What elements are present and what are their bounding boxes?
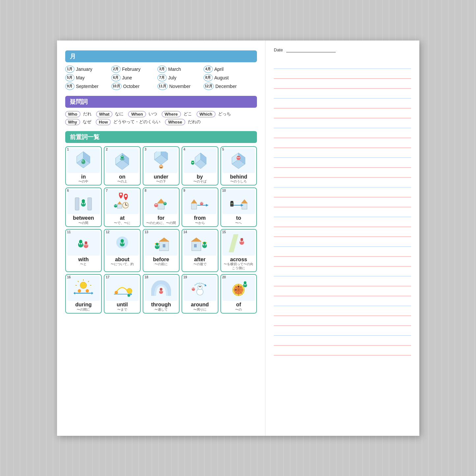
svg-point-72 <box>79 243 80 244</box>
prep-num-10: 10 <box>222 189 226 192</box>
svg-point-10 <box>121 155 124 158</box>
writing-line[interactable] <box>274 237 411 247</box>
prep-card-before: 13 <box>143 229 180 272</box>
prep-word-on: on <box>106 174 139 180</box>
prep-num-20: 20 <box>222 275 226 279</box>
prep-illus-after <box>183 231 216 256</box>
writing-line[interactable] <box>274 276 411 286</box>
month-item-may: 5月 May <box>65 74 108 81</box>
writing-line[interactable] <box>274 336 411 346</box>
prep-illus-for <box>145 189 178 214</box>
svg-rect-87 <box>163 244 165 247</box>
prep-num-17: 17 <box>106 275 109 279</box>
questions-section: 疑問詞 Who だれ What なに When いつ Where どこ Whic… <box>65 96 257 125</box>
writing-line[interactable] <box>274 59 411 69</box>
prep-word-behind: behind <box>222 174 255 180</box>
writing-line[interactable] <box>274 178 411 187</box>
svg-point-102 <box>239 240 244 245</box>
svg-point-100 <box>203 242 206 244</box>
svg-marker-94 <box>191 238 202 241</box>
prepositions-header: 前置詞一覧 <box>65 131 257 143</box>
writing-line[interactable] <box>274 168 411 178</box>
month-name-nov: November <box>169 84 191 89</box>
svg-point-82 <box>121 242 122 244</box>
svg-rect-56 <box>191 203 197 209</box>
months-row-3: 9月 September 10月 October 11月 November 12… <box>65 83 257 90</box>
prep-illus-around <box>183 276 216 301</box>
svg-point-31 <box>239 157 240 158</box>
svg-point-17 <box>160 165 161 166</box>
writing-line[interactable] <box>274 286 411 296</box>
right-page: Date <box>266 41 419 436</box>
prep-card-by: 4 by 〜のそば <box>182 146 218 186</box>
prep-card-across: 15 acro <box>220 229 257 272</box>
svg-point-45 <box>114 204 117 208</box>
svg-point-18 <box>161 165 162 166</box>
writing-line[interactable] <box>274 306 411 316</box>
q-badge-who: Who <box>65 111 80 117</box>
svg-point-115 <box>78 289 81 293</box>
writing-line[interactable] <box>274 217 411 227</box>
svg-line-108 <box>88 281 89 282</box>
prep-card-between: 6 between 〜の <box>65 187 102 227</box>
prep-word-across: across <box>222 257 255 263</box>
writing-line[interactable] <box>274 118 411 128</box>
svg-point-39 <box>125 195 127 197</box>
writing-line[interactable] <box>274 326 411 336</box>
writing-line[interactable] <box>274 247 411 257</box>
svg-point-47 <box>116 205 117 206</box>
prep-card-behind: 5 behin <box>220 146 257 186</box>
svg-point-129 <box>200 286 201 287</box>
svg-point-51 <box>155 204 156 205</box>
prepositions-section: 前置詞一覧 1 ● <box>65 131 257 314</box>
prep-num-14: 14 <box>183 230 187 234</box>
writing-line[interactable] <box>274 69 411 79</box>
writing-line[interactable] <box>274 108 411 118</box>
writing-line[interactable] <box>274 346 411 355</box>
svg-point-62 <box>202 203 202 203</box>
svg-rect-67 <box>230 202 234 207</box>
prep-num-19: 19 <box>183 275 187 279</box>
writing-line[interactable] <box>274 296 411 306</box>
month-badge-jun: 6月 <box>111 74 121 81</box>
writing-line[interactable] <box>274 266 411 276</box>
prep-num-13: 13 <box>145 230 148 234</box>
writing-line[interactable] <box>274 158 411 168</box>
prep-illus-by <box>183 148 216 173</box>
prep-jp-in: 〜の中 <box>67 180 100 183</box>
writing-line[interactable] <box>274 79 411 89</box>
writing-line[interactable] <box>274 138 411 148</box>
writing-line[interactable] <box>274 227 411 237</box>
prep-word-at: at <box>106 215 139 221</box>
svg-point-140 <box>238 286 239 287</box>
month-item-oct: 10月 October <box>111 83 154 90</box>
svg-point-75 <box>84 243 88 248</box>
writing-line[interactable] <box>274 148 411 158</box>
writing-line[interactable] <box>274 316 411 326</box>
svg-line-110 <box>78 281 79 282</box>
prep-card-about: 12 about 〜につ <box>104 229 141 272</box>
month-name-may: May <box>76 75 85 80</box>
month-badge-jan: 1月 <box>65 66 74 73</box>
prep-num-18: 18 <box>145 275 148 279</box>
svg-point-125 <box>160 288 162 291</box>
svg-point-119 <box>127 288 132 294</box>
q-meaning-why: なぜ <box>83 119 91 125</box>
month-badge-nov: 11月 <box>157 83 168 90</box>
writing-line[interactable] <box>274 257 411 266</box>
svg-point-84 <box>121 239 124 242</box>
writing-line[interactable] <box>274 207 411 217</box>
q-meaning-which: どっち <box>218 111 231 117</box>
writing-line[interactable] <box>274 98 411 108</box>
writing-line[interactable] <box>274 128 411 138</box>
prep-card-in: 1 ● in 〜の中 <box>65 146 102 186</box>
month-badge-mar: 3月 <box>157 66 167 73</box>
writing-line[interactable] <box>274 89 411 98</box>
svg-point-116 <box>86 289 89 293</box>
writing-line[interactable] <box>274 187 411 197</box>
svg-point-90 <box>157 245 159 246</box>
prep-num-1: 1 <box>67 148 69 151</box>
prep-jp-about: 〜について、約 <box>106 262 139 266</box>
writing-line[interactable] <box>274 197 411 207</box>
prep-card-to: 10 <box>220 187 257 227</box>
